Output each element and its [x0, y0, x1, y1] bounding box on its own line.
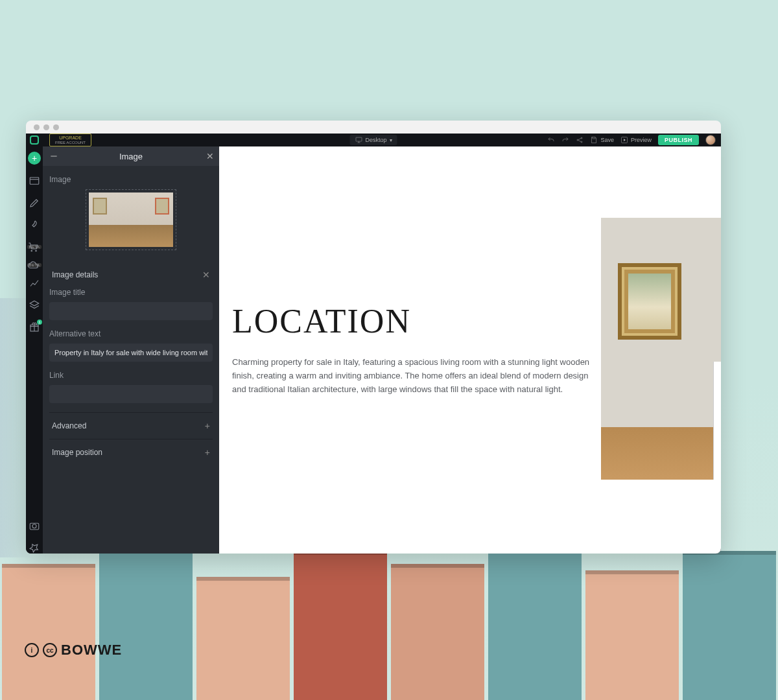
beta-badge-2: BETA — [27, 263, 41, 267]
advanced-section[interactable]: Advanced + — [49, 412, 213, 439]
publish-label: PUBLISH — [665, 137, 692, 143]
window-controls[interactable] — [26, 121, 721, 134]
preview-label: Preview — [631, 137, 652, 143]
share-icon — [576, 136, 584, 144]
image-label: Image — [49, 175, 213, 184]
plus-icon: + — [205, 447, 210, 458]
preview-button[interactable]: Preview — [620, 136, 652, 144]
app-window: UPGRADE FREE ACCOUNT Desktop ▾ Save Prev… — [26, 121, 721, 554]
svg-point-1 — [577, 139, 578, 141]
image-details-section[interactable]: Image details ✕ — [49, 262, 213, 288]
rail-layers[interactable] — [29, 299, 40, 311]
wallpaper-buildings — [0, 538, 778, 700]
layers-icon — [29, 299, 40, 311]
traffic-close[interactable] — [34, 124, 40, 130]
svg-point-10 — [32, 524, 36, 528]
desktop-icon — [355, 136, 362, 144]
viewport-switch[interactable]: Desktop ▾ — [349, 135, 397, 145]
link-label: Link — [49, 371, 213, 380]
brush-icon — [29, 219, 40, 231]
door-edge — [713, 362, 721, 480]
rail-pages[interactable] — [29, 175, 40, 187]
chart-icon — [29, 277, 40, 289]
panel-title: Image — [119, 152, 143, 161]
redo-button[interactable] — [561, 136, 569, 144]
svg-rect-11 — [51, 156, 56, 156]
save-label: Save — [600, 137, 614, 143]
plus-icon: + — [205, 421, 210, 431]
rail-edit[interactable] — [29, 197, 40, 209]
save-button[interactable]: Save — [590, 136, 614, 144]
image-title-label: Image title — [49, 288, 213, 297]
svg-rect-0 — [356, 137, 362, 141]
svg-point-6 — [31, 250, 32, 251]
panel-close-button[interactable]: ✕ — [206, 151, 214, 161]
svg-rect-5 — [30, 178, 39, 185]
toolrail: + BETA BETA 1 — [26, 146, 43, 554]
brand-text: BOWWE — [61, 642, 122, 659]
rail-stats[interactable] — [29, 277, 40, 289]
watermark: i cc BOWWE — [25, 642, 122, 659]
alt-text-input[interactable] — [49, 344, 213, 362]
canvas[interactable]: LOCATION Charming property for sale in I… — [219, 146, 721, 554]
undo-icon — [547, 136, 555, 144]
canvas-image[interactable] — [601, 218, 721, 480]
image-position-label: Image position — [52, 448, 102, 457]
avatar[interactable] — [705, 135, 716, 145]
pencil-icon — [29, 197, 40, 209]
publish-button[interactable]: PUBLISH — [658, 135, 699, 145]
image-position-section[interactable]: Image position + — [49, 439, 213, 465]
traffic-min[interactable] — [43, 124, 49, 130]
add-button[interactable]: + — [28, 152, 41, 165]
image-details-label: Image details — [52, 270, 98, 279]
alt-text-label: Alternative text — [49, 329, 213, 338]
camera-icon — [29, 520, 40, 531]
upgrade-label: UPGRADE — [59, 135, 82, 140]
image-panel: Image ✕ Image Image details ✕ Image titl… — [43, 146, 219, 554]
panel-header: Image ✕ — [43, 146, 219, 166]
page-heading[interactable]: LOCATION — [232, 302, 602, 340]
app: UPGRADE FREE ACCOUNT Desktop ▾ Save Prev… — [26, 134, 721, 554]
rail-apps[interactable]: 1 — [29, 321, 40, 333]
share-button[interactable] — [576, 136, 584, 144]
play-icon — [620, 136, 628, 144]
window-icon — [29, 175, 40, 187]
svg-point-3 — [581, 141, 582, 143]
rail-settings[interactable] — [29, 520, 40, 531]
logo[interactable] — [26, 134, 43, 146]
rail-design[interactable] — [29, 219, 40, 231]
topbar: UPGRADE FREE ACCOUNT Desktop ▾ Save Prev… — [26, 134, 721, 146]
save-icon — [590, 136, 598, 144]
collapse-icon[interactable] — [49, 152, 58, 161]
picture-frame — [618, 263, 681, 340]
by-icon: i — [25, 643, 39, 657]
redo-icon — [561, 136, 569, 144]
image-title-input[interactable] — [49, 302, 213, 320]
advanced-label: Advanced — [52, 421, 86, 430]
link-input[interactable] — [49, 385, 213, 403]
undo-button[interactable] — [547, 136, 555, 144]
traffic-max[interactable] — [53, 124, 59, 130]
pin-icon — [29, 542, 40, 554]
viewport-label: Desktop — [365, 137, 386, 143]
upgrade-sub: FREE ACCOUNT — [55, 141, 86, 145]
page-paragraph[interactable]: Charming property for sale in Italy, fea… — [232, 356, 595, 396]
cc-icon: cc — [43, 643, 57, 657]
rail-pin[interactable] — [29, 542, 40, 554]
beta-badge: BETA — [27, 245, 41, 249]
chevron-down-icon: ▾ — [390, 137, 392, 143]
upgrade-button[interactable]: UPGRADE FREE ACCOUNT — [49, 134, 91, 146]
svg-point-7 — [36, 250, 37, 251]
image-preview[interactable] — [86, 189, 176, 250]
svg-point-2 — [581, 137, 582, 139]
close-icon[interactable]: ✕ — [202, 270, 210, 280]
